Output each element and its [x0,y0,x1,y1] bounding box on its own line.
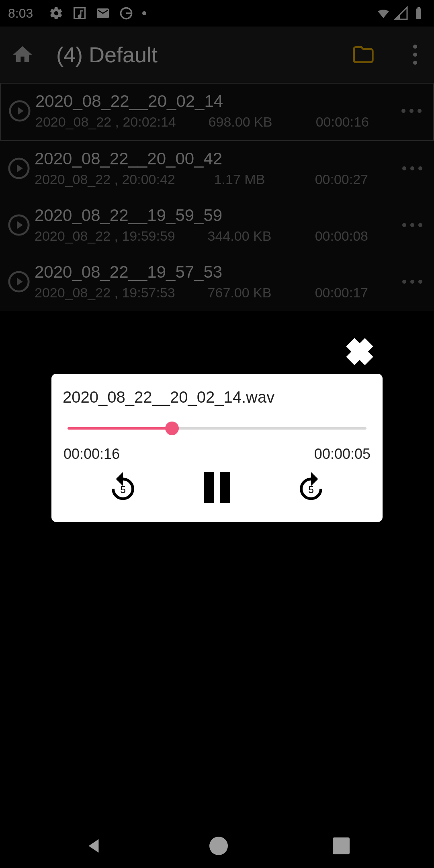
back-button[interactable] [84,836,104,856]
system-nav-bar [0,824,434,868]
close-button[interactable] [346,338,374,366]
modal-overlay: 2020_08_22__20_02_14.wav 00:00:16 00:00:… [0,0,434,868]
playback-slider[interactable] [68,422,366,434]
player-dialog: 2020_08_22__20_02_14.wav 00:00:16 00:00:… [51,374,383,522]
svg-text:5: 5 [120,484,126,495]
time-total: 00:00:16 [63,446,120,463]
recents-button[interactable] [333,837,350,854]
rewind-5-button[interactable]: 5 [106,471,140,504]
player-filename: 2020_08_22__20_02_14.wav [59,388,375,406]
time-remaining: 00:00:05 [314,446,371,463]
svg-text:5: 5 [308,484,314,495]
pause-button[interactable] [201,471,233,504]
forward-5-button[interactable]: 5 [294,471,328,504]
home-nav-button[interactable] [209,837,228,855]
